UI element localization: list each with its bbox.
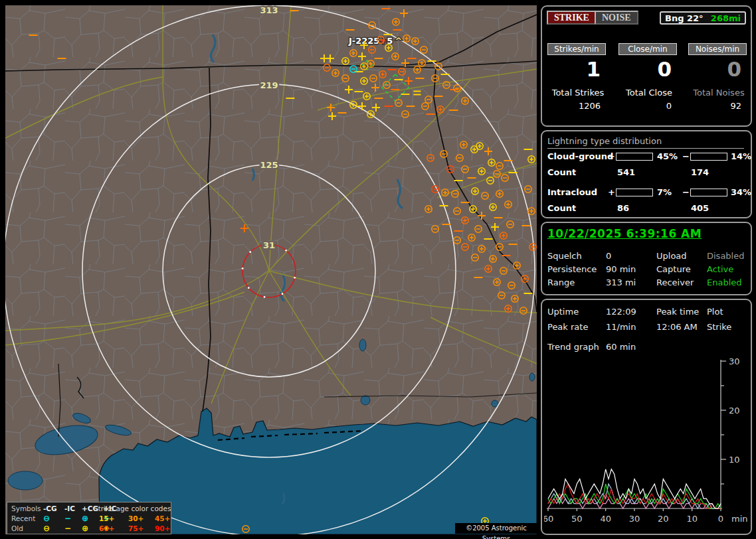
total-strikes-label: Total Strikes	[547, 88, 609, 98]
total-strikes-value: 1206	[547, 101, 601, 111]
cloud-ground-count-row: Count 541 174	[542, 167, 751, 178]
bearing-range-indicator: Bng 22° 268mi	[660, 11, 746, 25]
strikes-per-min-label[interactable]: Strikes/min	[547, 43, 606, 55]
peak-rate-row: Peak rate 11/min 12:06 AM Strike	[542, 322, 751, 335]
svg-text:313: 313	[260, 5, 278, 15]
svg-text:30: 30	[629, 514, 640, 524]
close-per-min-value: 0	[618, 57, 677, 81]
distribution-panel: Lightning type distribution Cloud-ground…	[541, 130, 752, 218]
svg-text:min: min	[731, 514, 748, 524]
noises-per-min-label[interactable]: Noises/min	[688, 43, 747, 55]
status-row: Persistence 90 min Capture Active	[542, 264, 751, 277]
svg-text:40: 40	[600, 514, 611, 524]
upload-status: Disabled	[707, 251, 744, 261]
trend-series-negative-cg	[548, 484, 721, 508]
legend-row-recent: Recent⊖−⊕+15+30+45+	[7, 514, 171, 524]
svg-text:0: 0	[718, 514, 723, 524]
svg-text:31: 31	[263, 240, 275, 250]
total-noises-label: Total Noises	[688, 88, 749, 98]
noises-per-min-value: 0	[688, 57, 747, 81]
svg-text:219: 219	[260, 80, 278, 90]
map-canvas[interactable]: 313 219 125 31 J-2225+5^ Symbols-CG-IC+C…	[5, 5, 537, 534]
legend-header: Symbols-CG-IC+CG+ICStrike age color code…	[7, 504, 171, 514]
trend-series-positive-cg	[548, 484, 721, 508]
trend-chart: 3020106050403020100min	[544, 357, 751, 532]
strike-mode-button[interactable]: STRIKE	[547, 11, 597, 25]
svg-text:20: 20	[729, 406, 740, 416]
trend-panel: Uptime 122:09 Peak time Plot Peak rate 1…	[541, 299, 752, 535]
svg-text:125: 125	[260, 160, 278, 170]
bearing-value: Bng 22°	[665, 13, 704, 23]
capture-status: Active	[707, 264, 733, 274]
total-close-value: 0	[618, 101, 672, 111]
status-row: Squelch 0 Upload Disabled	[542, 251, 751, 264]
cg-plus-bar	[616, 153, 653, 161]
ic-plus-bar	[616, 189, 653, 196]
ic-minus-bar	[690, 189, 727, 196]
status-row: Range 313 mi Receiver Enabled	[542, 277, 751, 291]
total-noises-value: 92	[688, 101, 741, 111]
cg-minus-bar	[690, 153, 727, 161]
svg-text:30: 30	[729, 357, 740, 366]
close-per-min-label[interactable]: Close/min	[618, 43, 677, 55]
intracloud-count-row: Count 86 405	[542, 203, 751, 214]
legend-row-old: Old⊖−⊕+60+75+90+	[7, 524, 171, 534]
svg-text:10: 10	[729, 455, 740, 465]
trend-graph-label-row: Trend graph 60 min	[542, 342, 751, 355]
map-svg: 313 219 125 31 J-2225+5^	[5, 5, 537, 534]
cloud-ground-row: Cloud-ground + 45% − 14%	[542, 151, 751, 162]
datetime-display: 10/22/2025 6:39:16 AM	[547, 227, 702, 240]
trend-series-total-strikes	[548, 469, 721, 508]
svg-text:60: 60	[544, 514, 553, 524]
uptime-row: Uptime 122:09 Peak time Plot	[542, 307, 751, 320]
svg-text:50: 50	[571, 514, 583, 524]
strike-stats-panel: STRIKE NOISE Bng 22° 268mi Strikes/min C…	[541, 5, 752, 127]
distribution-heading: Lightning type distribution	[547, 136, 744, 149]
strike-symbol-legend: Symbols-CG-IC+CG+ICStrike age color code…	[7, 502, 171, 534]
trend-series-negative-ic	[548, 484, 721, 508]
status-panel: 10/22/2025 6:39:16 AM Squelch 0 Upload D…	[541, 222, 752, 295]
noise-mode-button[interactable]: NOISE	[595, 11, 638, 25]
copyright: ©2005 Astrogenic Systems	[455, 523, 537, 534]
svg-text:10: 10	[686, 514, 698, 524]
total-close-label: Total Close	[618, 88, 680, 98]
range-value: 268mi	[711, 13, 741, 23]
intracloud-row: Intracloud + 7% − 34%	[542, 187, 751, 198]
svg-text:20: 20	[658, 514, 669, 524]
strikes-per-min-value: 1	[547, 57, 606, 81]
receiver-status: Enabled	[707, 277, 742, 287]
